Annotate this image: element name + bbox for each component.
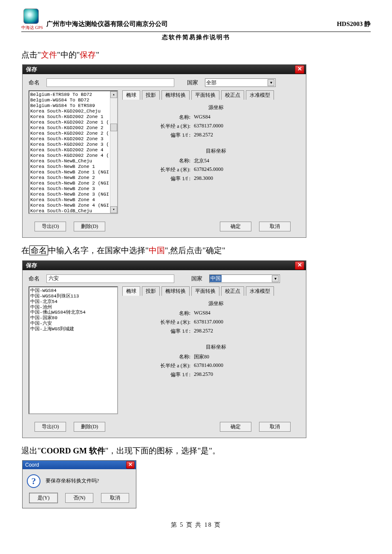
coordinate-listbox[interactable]: Belgium-ETRS89 To BD72Belgium-WGS84 To B…	[29, 90, 118, 214]
tab-row: 椭球投影椭球转换平面转换校正点水准模型	[122, 90, 301, 100]
text: 第	[171, 522, 178, 528]
list-item[interactable]: Korea South-OldB Zone 1	[30, 214, 116, 214]
cancel-button[interactable]: 取消	[259, 222, 291, 231]
save-dialog-1: 保存 ✕ 命名 国家 全部 ▾ Belgium-ETRS89 To BD72Be…	[22, 64, 306, 238]
ok-button[interactable]: 确定	[220, 422, 251, 432]
list-item[interactable]: Korea South-KGD2002 Zone 3 (	[30, 142, 116, 147]
src-f-label: 偏率 1/f :	[144, 132, 190, 139]
manual-subtitle: 态软件简易操作说明书	[21, 34, 371, 41]
export-button[interactable]: 导出(O)	[35, 422, 66, 432]
delete-button[interactable]: 删除(D)	[74, 422, 105, 432]
list-item[interactable]: Korea South-KGD2002 Zone 4 (	[30, 153, 116, 159]
list-item[interactable]: Belgium-WGS84 To BD72	[30, 98, 116, 103]
page-current: 5	[180, 522, 184, 528]
list-item[interactable]: Korea South-NewB_Cheju	[30, 159, 116, 164]
name-input[interactable]	[46, 78, 174, 87]
list-item[interactable]: 中国-池州	[30, 305, 116, 310]
src-a-value: 6378137.0000	[194, 123, 223, 130]
tab-3[interactable]: 平面转换	[191, 286, 219, 296]
name-label: 命名	[29, 79, 42, 87]
text: ",然后点击"确定"	[165, 246, 225, 255]
tab-5[interactable]: 水准模型	[246, 90, 274, 100]
list-item[interactable]: Belgium-WGS84 To ETRS89	[30, 103, 116, 109]
cancel-button[interactable]: 取消	[101, 493, 129, 503]
ok-button[interactable]: 确定	[220, 222, 251, 231]
close-icon[interactable]: ✕	[295, 65, 304, 74]
scrollbar[interactable]: ▴ ▾	[110, 91, 117, 213]
list-item[interactable]: Korea South-NewB Zone 2	[30, 175, 116, 181]
list-item[interactable]: Belgium-ETRS89 To BD72	[30, 92, 116, 98]
coordinate-listbox[interactable]: 中国-WGS84中国-WGS84到珠区113中国-北京54中国-池州中国-佛山W…	[29, 286, 118, 414]
no-button[interactable]: 否(N)	[65, 493, 93, 503]
list-item[interactable]: 中国-WGS84	[30, 288, 116, 294]
list-item[interactable]: Korea South-NewB Zone 1	[30, 164, 116, 170]
list-item[interactable]: Korea South-NewB Zone 3	[30, 186, 116, 192]
dialog-titlebar[interactable]: Coord ✕	[23, 461, 136, 469]
tab-4[interactable]: 校正点	[221, 286, 244, 296]
tgt-a-label: 长半经 a (米):	[144, 362, 190, 369]
delete-button[interactable]: 删除(D)	[74, 222, 105, 231]
confirm-dialog: Coord ✕ ? 要保存坐标转换文件吗? 是(Y) 否(N) 取消	[22, 460, 136, 508]
scroll-down-icon[interactable]: ▾	[110, 206, 117, 213]
tgt-name-label: 名称:	[144, 353, 190, 361]
logo-icon	[23, 9, 39, 24]
cancel-button[interactable]: 取消	[259, 422, 291, 432]
text-highlight: 文件	[41, 50, 57, 59]
list-item[interactable]: Korea South-KGD2002 Zone 1 (	[30, 120, 116, 125]
tab-1[interactable]: 投影	[142, 90, 160, 100]
list-item[interactable]: 中国-北京54	[30, 299, 116, 305]
save-dialog-2: 保存 ✕ 命名 六安 国家 中国 ▾ 中国-WGS84中国-WGS84到珠区11…	[22, 260, 306, 438]
scroll-up-icon[interactable]: ▴	[110, 91, 117, 98]
list-item[interactable]: Korea South-NewB Zone 4	[30, 197, 116, 203]
list-item[interactable]: Korea South-KGD2002_Cheju	[30, 109, 116, 114]
tab-4[interactable]: 校正点	[221, 90, 244, 100]
close-icon[interactable]: ✕	[126, 461, 135, 469]
dialog-titlebar[interactable]: 保存 ✕	[23, 65, 306, 74]
chevron-down-icon[interactable]: ▾	[268, 79, 274, 86]
list-item[interactable]: Korea South-KGD2002 Zone 2 (	[30, 131, 116, 136]
yes-button[interactable]: 是(Y)	[29, 493, 58, 503]
name-label: 命名	[29, 275, 42, 283]
list-item[interactable]: 中国-上海WGS到城建	[30, 326, 116, 332]
list-item[interactable]: 中国-佛山WGS84转北京54	[30, 310, 116, 315]
list-item[interactable]: Korea South-NewB Zone 3 (NGI	[30, 192, 116, 197]
list-item[interactable]: Korea South-KGD2002 Zone 2	[30, 125, 116, 131]
tab-0[interactable]: 椭球	[122, 286, 140, 296]
src-f-value: 298.2572	[194, 328, 213, 335]
export-button[interactable]: 导出(O)	[35, 222, 66, 231]
tab-5[interactable]: 水准模型	[246, 286, 274, 296]
country-select[interactable]: 中国 ▾	[209, 274, 280, 283]
list-item[interactable]: Korea South-KGD2002 Zone 3	[30, 136, 116, 142]
list-item[interactable]: Korea South-NewB Zone 4 (NGI	[30, 203, 116, 208]
list-item[interactable]: Korea South-NewB Zone 2 (NGI	[30, 181, 116, 186]
dialog-titlebar[interactable]: 保存 ✕	[23, 261, 306, 270]
list-item[interactable]: Korea South-KGD2002 Zone 4	[30, 147, 116, 153]
list-item[interactable]: 中国-WGS84到珠区113	[30, 294, 116, 299]
tgt-f-value: 298.3000	[194, 175, 213, 182]
tab-0[interactable]: 椭球	[122, 90, 140, 100]
text: 在	[21, 246, 29, 255]
tab-1[interactable]: 投影	[142, 286, 160, 296]
text: 页	[214, 522, 221, 528]
name-input[interactable]: 六安	[46, 274, 174, 283]
text: 页 共	[186, 522, 202, 528]
question-icon: ?	[27, 474, 40, 488]
scroll-thumb[interactable]	[110, 124, 117, 131]
src-f-label: 偏率 1/f :	[144, 328, 190, 335]
list-item[interactable]: Korea South-NewB Zone 1 (NGI	[30, 170, 116, 175]
close-icon[interactable]: ✕	[295, 261, 304, 270]
model-code: HDS2003 静	[337, 20, 371, 31]
tgt-f-value: 298.2570	[194, 371, 213, 378]
tab-2[interactable]: 椭球转换	[161, 90, 190, 100]
list-item[interactable]: 中国-国家80	[30, 315, 116, 321]
list-item[interactable]: Korea South-OldB_Cheju	[30, 208, 116, 214]
instruction-1: 点击"文件"中的"保存"	[21, 48, 371, 62]
country-select[interactable]: 全部 ▾	[205, 78, 276, 87]
list-item[interactable]: 中国-六安	[30, 321, 116, 326]
list-item[interactable]: Korea South-KGD2002 Zone 1	[30, 114, 116, 120]
tab-2[interactable]: 椭球转换	[161, 286, 190, 296]
tgt-heading: 目标坐标	[131, 147, 301, 155]
dialog-title: 保存	[26, 262, 37, 269]
tab-3[interactable]: 平面转换	[191, 90, 219, 100]
chevron-down-icon[interactable]: ▾	[272, 275, 279, 282]
